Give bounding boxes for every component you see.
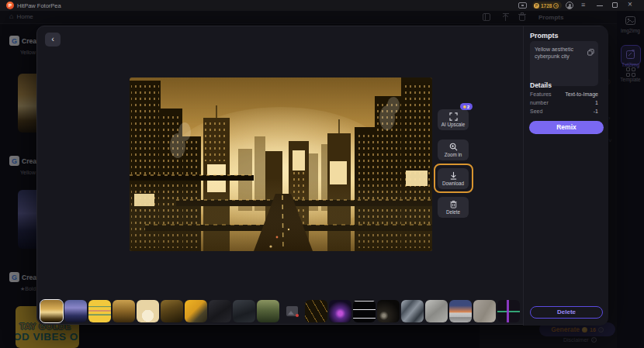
filmstrip-thumb-dark-room[interactable] — [377, 300, 400, 322]
close-button[interactable]: × — [628, 0, 632, 9]
detail-row-seed: Seed -1 — [530, 109, 598, 114]
detail-value: -1 — [594, 109, 598, 114]
remix-button[interactable]: Remix — [529, 121, 604, 134]
zoom-in-icon — [449, 143, 458, 151]
broken-image-icon — [286, 306, 298, 316]
filmstrip-thumb-cyberpunk-city[interactable] — [40, 300, 63, 322]
copy-icon[interactable] — [587, 45, 594, 59]
filmstrip-thumb-concrete[interactable] — [473, 300, 496, 322]
maximize-button[interactable] — [612, 2, 618, 8]
user-avatar[interactable] — [566, 2, 573, 9]
filmstrip-thumb-gray-marble[interactable] — [425, 300, 448, 322]
filmstrip-thumb-golden-crowd[interactable] — [113, 300, 135, 322]
minimize-button[interactable] — [597, 5, 603, 6]
image-viewer-modal: ‹ — [36, 26, 608, 325]
coin-icon: P — [534, 3, 539, 9]
credits-badge[interactable]: P 1728 + — [532, 2, 562, 9]
download-label: Download — [442, 181, 464, 186]
ai-upscale-label: AI Upscale — [441, 122, 465, 127]
detail-value: 1 — [595, 100, 598, 105]
delete-button[interactable]: Delete — [438, 197, 469, 218]
filmstrip-thumb-stay-golden-poster[interactable] — [88, 300, 111, 322]
ai-upscale-button[interactable]: AI Upscale — [438, 109, 469, 130]
zoom-in-label: Zoom in — [445, 152, 462, 157]
prompt-text: Yellow aesthetic cyberpunk city — [535, 46, 586, 60]
app-title: HitPaw FotorPea — [17, 2, 61, 9]
detail-row-features: Features Text-to-Image — [530, 91, 598, 97]
generated-image[interactable] — [130, 78, 432, 251]
upscale-cost: 2 — [467, 105, 469, 109]
detail-label: Features — [530, 91, 552, 97]
filmstrip-thumb-gold-mesh[interactable] — [305, 300, 327, 322]
upscale-icon — [449, 112, 458, 121]
filmstrip-thumb-broken-image[interactable] — [281, 300, 303, 322]
filmstrip-thumb-dark-marble[interactable] — [209, 300, 231, 322]
screenshot-icon[interactable] — [518, 2, 527, 9]
zoom-in-button[interactable]: Zoom in — [438, 140, 469, 160]
prompts-heading: Prompts — [530, 32, 559, 40]
filmstrip-thumb-seated-person[interactable] — [161, 300, 183, 322]
detail-row-number: number 1 — [530, 100, 598, 105]
filmstrip-thumb-silver-foil[interactable] — [401, 300, 424, 322]
filmstrip-thumb-wet-texture[interactable] — [233, 300, 255, 322]
filmstrip-thumb-cream-arch[interactable] — [137, 300, 159, 322]
download-button[interactable]: Download — [438, 168, 469, 189]
credits-count: 1728 — [541, 3, 552, 9]
titlebar: P HitPaw FotorPea P 1728 + ≡ × — [0, 0, 644, 11]
delete-icon — [449, 200, 458, 208]
filmstrip-thumb-monitor-sunset[interactable] — [449, 300, 472, 322]
filmstrip-thumb-sunflower[interactable] — [185, 300, 207, 322]
filmstrip-thumb-neon-tree[interactable] — [329, 300, 351, 322]
diamond-icon — [463, 105, 466, 109]
filmstrip-thumb-neon-grid[interactable] — [353, 300, 376, 322]
delete-label: Delete — [446, 209, 460, 215]
back-button[interactable]: ‹ — [45, 33, 61, 47]
filmstrip-thumb-neon-cross[interactable] — [497, 300, 520, 322]
detail-value: Text-to-Image — [565, 91, 598, 97]
delete-outline-button[interactable]: Delete — [530, 306, 603, 319]
filmstrip — [40, 300, 520, 322]
add-credits-button[interactable]: + — [553, 3, 559, 9]
app-window: P HitPaw FotorPea P 1728 + ≡ × ⌂ Home Pr… — [0, 0, 644, 348]
prompt-details-panel: Prompts Yellow aesthetic cyberpunk city … — [523, 26, 608, 326]
filmstrip-thumb-night-figure[interactable] — [64, 300, 87, 322]
filmstrip-thumb-bird-branch[interactable] — [257, 300, 279, 322]
details-heading: Details — [530, 81, 552, 89]
prompt-textbox[interactable]: Yellow aesthetic cyberpunk city — [530, 41, 598, 86]
detail-label: number — [530, 100, 549, 105]
menu-icon[interactable]: ≡ — [581, 1, 585, 9]
upscale-cost-badge: 2 — [460, 103, 473, 110]
detail-label: Seed — [530, 109, 542, 114]
download-icon — [449, 171, 458, 180]
app-logo-icon: P — [6, 2, 14, 9]
